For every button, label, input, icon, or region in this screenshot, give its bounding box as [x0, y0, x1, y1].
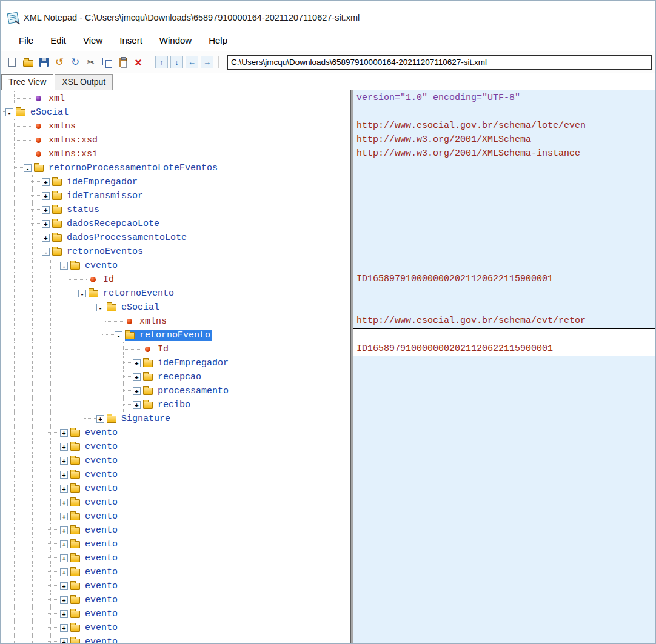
tree-node-row[interactable]: xmlns:xsd: [1, 133, 350, 147]
tree-node-row[interactable]: xmlns:xsi: [1, 147, 350, 161]
open-file-button[interactable]: [21, 55, 35, 70]
tree-node-label[interactable]: Id: [101, 274, 116, 285]
value-cell[interactable]: [353, 217, 655, 231]
value-cell[interactable]: [353, 245, 655, 259]
tree-node-label[interactable]: xml: [47, 93, 67, 104]
expand-icon[interactable]: +: [60, 540, 68, 548]
tree-node-row[interactable]: +evento: [1, 523, 350, 537]
new-document-button[interactable]: [5, 55, 19, 70]
value-cell[interactable]: [353, 398, 655, 412]
tree-node-label[interactable]: recibo: [156, 399, 192, 411]
tree-node-row[interactable]: -eSocial: [1, 300, 350, 314]
tree-node-label[interactable]: Signature: [119, 413, 172, 425]
nudge-up-button[interactable]: ↑: [155, 56, 168, 68]
tree-node-label[interactable]: recepcao: [156, 371, 203, 383]
tree-node-row[interactable]: +evento: [1, 537, 350, 551]
tree-node-label[interactable]: retornoProcessamentoLoteEventos: [47, 162, 219, 174]
value-cell[interactable]: [353, 231, 655, 245]
value-cell[interactable]: [353, 607, 655, 621]
expand-icon[interactable]: +: [60, 638, 68, 643]
tree-node-row[interactable]: -retornoProcessamentoLoteEventos: [1, 161, 350, 175]
value-cell[interactable]: http://www.w3.org/2001/XMLSchema: [353, 133, 655, 147]
tree-node-label[interactable]: evento: [83, 455, 119, 466]
undo-button[interactable]: ↺: [52, 55, 67, 70]
tree-node-label[interactable]: Id: [156, 344, 170, 355]
nudge-right-button[interactable]: →: [201, 56, 213, 68]
expand-icon[interactable]: +: [60, 582, 68, 590]
expand-icon[interactable]: +: [60, 526, 68, 534]
expand-icon[interactable]: +: [60, 513, 68, 520]
expand-icon[interactable]: +: [60, 471, 68, 479]
collapse-icon[interactable]: -: [5, 108, 13, 116]
value-cell[interactable]: ID1658979100000002021120622115900001: [353, 342, 655, 356]
tab-xsl-output[interactable]: XSL Output: [55, 74, 113, 90]
tree-node-label[interactable]: evento: [83, 483, 119, 494]
value-cell[interactable]: [353, 370, 655, 384]
value-cell[interactable]: [353, 510, 655, 523]
tree-node-row[interactable]: +recibo: [1, 398, 350, 412]
tree-node-label[interactable]: retornoEvento: [138, 330, 212, 341]
tree-node-label[interactable]: evento: [83, 608, 119, 620]
menu-view[interactable]: View: [75, 32, 111, 49]
copy-button[interactable]: [99, 55, 114, 70]
expand-icon[interactable]: +: [42, 178, 50, 186]
tree-node-label[interactable]: evento: [83, 427, 119, 439]
tree-node-row[interactable]: +recepcao: [1, 370, 350, 384]
value-cell[interactable]: [353, 482, 655, 496]
value-cell[interactable]: http://www.w3.org/2001/XMLSchema-instanc…: [353, 147, 655, 161]
nudge-down-button[interactable]: ↓: [170, 56, 183, 68]
tree-node-row[interactable]: -retornoEvento: [1, 328, 350, 342]
tree-node-row[interactable]: +evento: [1, 496, 350, 510]
value-cell[interactable]: [353, 593, 655, 607]
expand-icon[interactable]: +: [42, 234, 50, 242]
menu-window[interactable]: Window: [151, 32, 200, 49]
tree-node-row[interactable]: xml: [1, 91, 350, 105]
value-cell[interactable]: [353, 412, 655, 426]
value-cell[interactable]: [353, 203, 655, 217]
tree-node-label[interactable]: evento: [83, 553, 119, 564]
tree-node-label[interactable]: evento: [83, 525, 119, 536]
value-cell[interactable]: [353, 551, 655, 565]
collapse-icon[interactable]: -: [24, 164, 32, 172]
tree-node-label[interactable]: evento: [83, 511, 119, 522]
redo-button[interactable]: ↻: [68, 55, 82, 70]
tree-node-row[interactable]: +ideEmpregador: [1, 356, 350, 370]
value-cell[interactable]: version="1.0" encoding="UTF-8": [353, 91, 655, 105]
tree-node-row[interactable]: Id: [1, 342, 350, 356]
expand-icon[interactable]: +: [60, 554, 68, 562]
tree-node-row[interactable]: +evento: [1, 510, 350, 523]
tree-node-label[interactable]: eSocial: [28, 107, 70, 118]
expand-icon[interactable]: +: [60, 568, 68, 576]
collapse-icon[interactable]: -: [96, 304, 104, 311]
tree-node-label[interactable]: evento: [83, 622, 119, 634]
value-cell[interactable]: [353, 468, 655, 482]
menu-help[interactable]: Help: [200, 32, 236, 49]
tree-node-row[interactable]: xmlns: [1, 119, 350, 133]
collapse-icon[interactable]: -: [78, 290, 86, 297]
expand-icon[interactable]: +: [96, 415, 104, 423]
collapse-icon[interactable]: -: [115, 331, 122, 339]
tree-node-label[interactable]: evento: [83, 580, 119, 592]
tree-node-label[interactable]: ideTransmissor: [65, 190, 145, 202]
expand-icon[interactable]: +: [42, 220, 50, 228]
tree-node-row[interactable]: +evento: [1, 426, 350, 440]
value-cell[interactable]: [353, 161, 655, 175]
tree-node-label[interactable]: evento: [83, 636, 119, 643]
tree-node-label[interactable]: xmlns: [138, 316, 169, 327]
value-cell[interactable]: [353, 356, 655, 370]
tree-node-label[interactable]: dadosRecepcaoLote: [65, 218, 161, 230]
tree-node-row[interactable]: +evento: [1, 607, 350, 621]
value-cell[interactable]: [353, 565, 655, 579]
expand-icon[interactable]: +: [133, 373, 141, 381]
value-cell[interactable]: [353, 287, 655, 300]
tree-node-label[interactable]: xmlns:xsi: [47, 148, 99, 160]
tree-node-row[interactable]: +ideEmpregador: [1, 175, 350, 189]
value-cell[interactable]: [353, 496, 655, 510]
tree-view-pane[interactable]: xml-eSocialxmlnsxmlns:xsdxmlns:xsi-retor…: [1, 90, 350, 643]
expand-icon[interactable]: +: [60, 429, 68, 437]
tab-tree-view[interactable]: Tree View: [1, 74, 53, 90]
value-cell[interactable]: [353, 621, 655, 635]
paste-button[interactable]: [115, 55, 130, 70]
tree-node-row[interactable]: +evento: [1, 551, 350, 565]
tree-node-row[interactable]: +dadosRecepcaoLote: [1, 217, 350, 231]
